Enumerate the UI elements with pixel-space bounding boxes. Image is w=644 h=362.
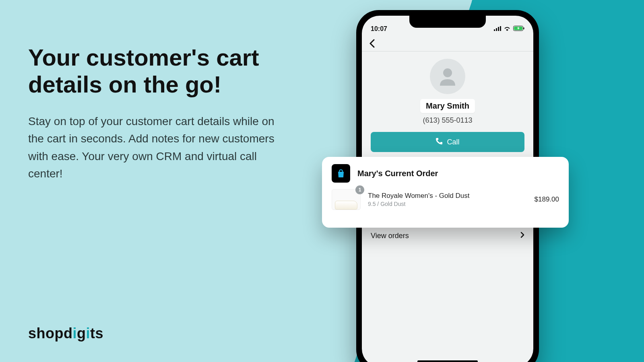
status-icons <box>494 25 524 33</box>
product-price: $189.00 <box>535 195 559 204</box>
shoe-icon <box>335 201 357 210</box>
brand-part: ts <box>90 325 103 341</box>
customer-name: Mary Smith <box>420 99 475 113</box>
headline-line-1: Your customer's cart <box>28 44 259 70</box>
marketing-headline: Your customer's cart details on the go! <box>28 44 302 98</box>
call-button[interactable]: Call <box>371 132 524 152</box>
marketing-subhead: Stay on top of your customer cart detail… <box>28 113 286 183</box>
svg-rect-0 <box>494 29 495 31</box>
cellular-signal-icon <box>494 25 501 33</box>
chevron-right-icon <box>520 232 524 240</box>
svg-point-7 <box>443 68 452 77</box>
headline-line-2: details on the go! <box>28 71 221 97</box>
brand-accent: i <box>86 325 91 341</box>
svg-rect-2 <box>498 27 499 31</box>
product-variant: 9.5 / Gold Dust <box>368 201 527 207</box>
brand-logo: shopdigits <box>28 325 103 342</box>
customer-phone: (613) 555-0113 <box>362 116 533 125</box>
shopping-bag-app-icon <box>332 164 350 183</box>
home-indicator <box>417 360 478 362</box>
order-card-title: Mary's Current Order <box>357 169 438 178</box>
brand-accent: i <box>72 325 77 341</box>
svg-rect-1 <box>496 28 497 31</box>
current-order-card: Mary's Current Order 1 The Royale Women'… <box>322 157 569 228</box>
call-button-label: Call <box>447 138 459 146</box>
phone-notch <box>409 16 486 28</box>
view-orders-label: View orders <box>371 232 409 240</box>
product-thumbnail: 1 <box>332 189 361 210</box>
svg-rect-3 <box>500 26 501 31</box>
back-button[interactable] <box>369 39 526 48</box>
view-orders-row[interactable]: View orders <box>371 224 524 247</box>
brand-part: g <box>77 325 86 341</box>
battery-charging-icon <box>513 25 524 33</box>
svg-rect-6 <box>524 27 524 29</box>
status-time: 10:07 <box>371 25 387 33</box>
quantity-badge: 1 <box>355 185 364 194</box>
wifi-icon <box>504 25 511 33</box>
avatar-placeholder-icon <box>430 59 465 94</box>
order-line-item: 1 The Royale Women's - Gold Dust 9.5 / G… <box>332 189 559 210</box>
brand-part: shopd <box>28 325 72 341</box>
phone-handset-icon <box>436 138 443 147</box>
screen-navbar <box>362 34 533 51</box>
product-name: The Royale Women's - Gold Dust <box>368 192 527 200</box>
